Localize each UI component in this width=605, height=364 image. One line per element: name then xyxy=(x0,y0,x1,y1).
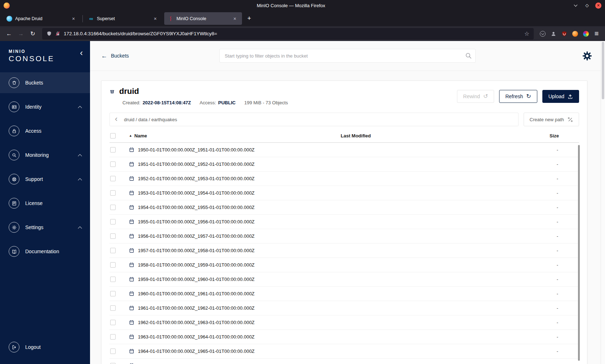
sidebar-item-identity[interactable]: Identity xyxy=(0,96,90,117)
row-checkbox[interactable] xyxy=(110,349,116,354)
row-checkbox[interactable] xyxy=(110,219,116,224)
column-header-name[interactable]: ▲ Name xyxy=(128,133,341,138)
logout-icon xyxy=(9,342,19,352)
object-name[interactable]: 1951-01-01T00:00:00.000Z_1952-01-01T00:0… xyxy=(138,161,255,167)
breadcrumb-path[interactable]: druid / data / earthquakes xyxy=(124,117,177,122)
back-to-buckets-link[interactable]: ← Buckets xyxy=(101,53,129,59)
pocket-icon[interactable] xyxy=(538,29,547,38)
table-row[interactable]: 1963-01-01T00:00:00.000Z_1964-01-01T00:0… xyxy=(109,330,579,344)
row-checkbox[interactable] xyxy=(110,233,116,239)
object-prefix-icon xyxy=(129,305,134,311)
sidebar-item-buckets[interactable]: Buckets xyxy=(0,72,90,93)
bookmark-star-icon[interactable]: ☆ xyxy=(524,30,529,37)
ublock-shield-icon[interactable] xyxy=(559,29,569,38)
table-row[interactable]: 1956-01-01T00:00:00.000Z_1957-01-01T00:0… xyxy=(109,229,579,244)
object-name[interactable]: 1958-01-01T00:00:00.000Z_1959-01-01T00:0… xyxy=(138,262,255,268)
object-filter-input[interactable] xyxy=(219,49,476,63)
tab-close-icon[interactable]: × xyxy=(70,15,77,22)
menu-hamburger-icon[interactable]: ≡ xyxy=(592,29,601,38)
object-name[interactable]: 1960-01-01T00:00:00.000Z_1961-01-01T00:0… xyxy=(138,291,255,296)
table-row[interactable]: 1960-01-01T00:00:00.000Z_1961-01-01T00:0… xyxy=(109,287,579,301)
object-filter xyxy=(219,49,476,63)
forward-icon[interactable]: → xyxy=(15,28,26,39)
object-name[interactable]: 1957-01-01T00:00:00.000Z_1958-01-01T00:0… xyxy=(138,248,255,253)
upload-button[interactable]: Upload xyxy=(542,90,579,103)
tab-close-icon[interactable]: × xyxy=(152,15,159,22)
object-name[interactable]: 1963-01-01T00:00:00.000Z_1964-01-01T00:0… xyxy=(138,334,255,340)
tab-apache-druid[interactable]: Apache Druid × xyxy=(3,12,81,25)
console-settings-gear-icon[interactable] xyxy=(582,51,592,61)
create-new-path-button[interactable]: Create new path xyxy=(524,113,579,126)
account-icon[interactable] xyxy=(548,29,558,38)
table-row[interactable]: 1965-01-01T00:00:00.000Z_1966-01-01T00:0… xyxy=(109,359,579,364)
table-row[interactable]: 1951-01-01T00:00:00.000Z_1952-01-01T00:0… xyxy=(109,157,579,172)
table-row[interactable]: 1958-01-01T00:00:00.000Z_1959-01-01T00:0… xyxy=(109,258,579,272)
maximize-icon[interactable]: ◇ xyxy=(584,2,590,9)
row-checkbox[interactable] xyxy=(110,176,116,181)
object-name[interactable]: 1950-01-01T00:00:00.000Z_1951-01-01T00:0… xyxy=(138,147,255,153)
new-tab-button[interactable]: + xyxy=(244,13,255,24)
table-row[interactable]: 1957-01-01T00:00:00.000Z_1958-01-01T00:0… xyxy=(109,244,579,258)
object-name[interactable]: 1962-01-01T00:00:00.000Z_1963-01-01T00:0… xyxy=(138,320,255,325)
object-name[interactable]: 1964-01-01T00:00:00.000Z_1965-01-01T00:0… xyxy=(138,349,255,354)
tab-superset[interactable]: ∞ Superset × xyxy=(85,12,162,25)
sidebar-item-monitoring[interactable]: Monitoring xyxy=(0,145,90,165)
page-scrollbar-thumb[interactable] xyxy=(602,42,604,99)
table-row[interactable]: 1953-01-01T00:00:00.000Z_1954-01-01T00:0… xyxy=(109,186,579,200)
table-row[interactable]: 1950-01-01T00:00:00.000Z_1951-01-01T00:0… xyxy=(109,143,579,157)
table-row[interactable]: 1955-01-01T00:00:00.000Z_1956-01-01T00:0… xyxy=(109,215,579,229)
object-prefix-icon xyxy=(129,190,134,196)
object-name[interactable]: 1952-01-01T00:00:00.000Z_1953-01-01T00:0… xyxy=(138,176,255,181)
row-checkbox[interactable] xyxy=(110,248,116,253)
sidebar-item-license[interactable]: License xyxy=(0,193,90,214)
sidebar-collapse-icon[interactable]: ‹ xyxy=(80,49,83,57)
tab-close-icon[interactable]: × xyxy=(231,15,238,22)
row-checkbox[interactable] xyxy=(110,291,116,296)
rewind-button[interactable]: Rewind↺ xyxy=(457,90,494,103)
sidebar-item-access[interactable]: Access xyxy=(0,120,90,141)
tab-minio-console[interactable]: MinIO Console × xyxy=(164,12,242,25)
breadcrumb[interactable]: ‹ druid / data / earthquakes xyxy=(109,113,519,126)
object-name[interactable]: 1955-01-01T00:00:00.000Z_1956-01-01T00:0… xyxy=(138,219,255,224)
sidebar-item-documentation[interactable]: Documentation xyxy=(0,241,90,262)
object-name[interactable]: 1959-01-01T00:00:00.000Z_1960-01-01T00:0… xyxy=(138,277,255,282)
row-checkbox[interactable] xyxy=(110,161,116,167)
row-checkbox[interactable] xyxy=(110,320,116,325)
extension-avatar-icon[interactable] xyxy=(570,29,580,38)
table-row[interactable]: 1961-01-01T00:00:00.000Z_1962-01-01T00:0… xyxy=(109,301,579,315)
row-checkbox[interactable] xyxy=(110,305,116,311)
select-all-checkbox[interactable] xyxy=(110,133,116,138)
reload-icon[interactable]: ↻ xyxy=(27,28,38,39)
table-row[interactable]: 1952-01-01T00:00:00.000Z_1953-01-01T00:0… xyxy=(109,172,579,186)
refresh-button[interactable]: Refresh↻ xyxy=(499,90,537,103)
page-scrollbar[interactable] xyxy=(601,41,605,364)
object-name[interactable]: 1956-01-01T00:00:00.000Z_1957-01-01T00:0… xyxy=(138,233,255,239)
extension-pinwheel-icon[interactable] xyxy=(581,29,591,38)
breadcrumb-back-chevron-icon[interactable]: ‹ xyxy=(115,115,117,123)
back-icon[interactable]: ← xyxy=(4,28,14,39)
table-scrollbar[interactable] xyxy=(578,145,580,361)
minimize-icon[interactable] xyxy=(572,2,579,9)
sidebar-item-settings[interactable]: Settings xyxy=(0,217,90,238)
sidebar-item-logout[interactable]: Logout xyxy=(0,337,90,358)
row-checkbox[interactable] xyxy=(110,277,116,282)
row-checkbox[interactable] xyxy=(110,262,116,268)
object-name[interactable]: 1954-01-01T00:00:00.000Z_1955-01-01T00:0… xyxy=(138,205,255,210)
url-text[interactable]: 172.18.0.4:31664/buckets/druid/browse/ZG… xyxy=(64,31,521,36)
row-checkbox[interactable] xyxy=(110,205,116,210)
object-size: - xyxy=(532,349,579,354)
object-name[interactable]: 1961-01-01T00:00:00.000Z_1962-01-01T00:0… xyxy=(138,305,255,311)
object-name[interactable]: 1953-01-01T00:00:00.000Z_1954-01-01T00:0… xyxy=(138,190,255,196)
table-row[interactable]: 1962-01-01T00:00:00.000Z_1963-01-01T00:0… xyxy=(109,315,579,330)
table-row[interactable]: 1964-01-01T00:00:00.000Z_1965-01-01T00:0… xyxy=(109,344,579,359)
row-checkbox[interactable] xyxy=(110,334,116,340)
url-bar[interactable]: 172.18.0.4:31664/buckets/druid/browse/ZG… xyxy=(42,28,534,40)
sidebar-item-support[interactable]: Support xyxy=(0,169,90,190)
close-window-icon[interactable]: × xyxy=(595,3,601,9)
table-row[interactable]: 1959-01-01T00:00:00.000Z_1960-01-01T00:0… xyxy=(109,272,579,287)
insecure-lock-icon[interactable] xyxy=(55,31,60,36)
table-row[interactable]: 1954-01-01T00:00:00.000Z_1955-01-01T00:0… xyxy=(109,200,579,215)
row-checkbox[interactable] xyxy=(110,147,116,153)
tracking-protection-shield-icon[interactable] xyxy=(46,31,52,36)
row-checkbox[interactable] xyxy=(110,190,116,196)
